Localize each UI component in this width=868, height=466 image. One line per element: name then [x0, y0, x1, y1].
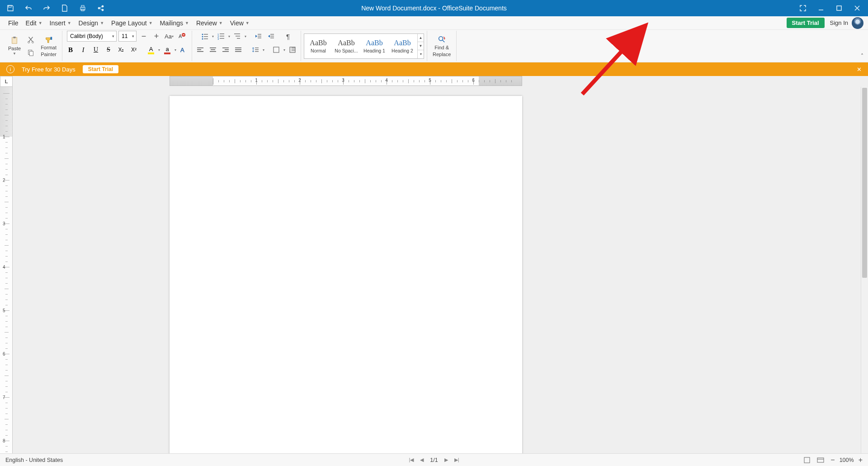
first-page-icon[interactable]: |◀	[409, 457, 414, 463]
minimize-icon[interactable]	[816, 4, 826, 13]
avatar-icon[interactable]	[852, 17, 863, 29]
menu-page-layout[interactable]: Page Layout▼	[108, 18, 156, 29]
page-indicator[interactable]: 1/1	[430, 457, 438, 463]
prev-page-icon[interactable]: ◀	[420, 457, 424, 463]
style-heading1[interactable]: AaBbHeading 1	[360, 34, 388, 58]
ribbon-styles-group: AaBbNormal AaBbNo Spaci... AaBbHeading 1…	[301, 31, 427, 61]
page[interactable]	[170, 96, 522, 453]
share-icon[interactable]	[97, 4, 105, 12]
format-painter-button[interactable]: Format Painter	[38, 34, 59, 57]
numbering-icon[interactable]: 123	[216, 31, 226, 42]
menu-edit[interactable]: Edit▼	[22, 18, 46, 29]
horizontal-ruler[interactable]: 123456	[13, 76, 868, 87]
status-bar: English - United States |◀ ◀ 1/1 ▶ ▶| − …	[0, 453, 868, 466]
format-painter-icon	[44, 35, 53, 44]
svg-rect-38	[270, 38, 274, 38]
svg-rect-47	[222, 51, 229, 52]
promo-start-trial-button[interactable]: Start Trial	[83, 65, 118, 73]
line-spacing-icon[interactable]	[250, 44, 261, 55]
paragraph-marks-icon[interactable]: ¶	[283, 31, 293, 42]
svg-rect-33	[258, 34, 261, 35]
print-icon[interactable]	[79, 4, 87, 12]
styles-scroll[interactable]: ▲▼▾	[417, 34, 424, 58]
document-area[interactable]	[13, 87, 861, 453]
redo-icon[interactable]	[42, 4, 51, 12]
text-effects-icon[interactable]: A	[178, 44, 189, 55]
last-page-icon[interactable]: ▶|	[454, 457, 459, 463]
subscript-button[interactable]: X₂	[116, 44, 127, 55]
window-title: New Word Document.docx - OfficeSuite Doc…	[0, 5, 868, 12]
zoom-out-button[interactable]: −	[830, 456, 835, 464]
svg-rect-32	[237, 38, 240, 39]
sign-in-button[interactable]: Sign In	[830, 17, 863, 29]
next-page-icon[interactable]: ▶	[444, 457, 448, 463]
menu-design[interactable]: Design▼	[75, 18, 108, 29]
svg-point-6	[102, 9, 104, 11]
copy-icon[interactable]	[25, 47, 36, 58]
clear-formatting-icon[interactable]: A	[176, 31, 187, 42]
bold-button[interactable]: B	[65, 44, 76, 55]
font-name-select[interactable]: Calibri (Body)	[67, 31, 117, 42]
shading-icon[interactable]	[287, 44, 298, 55]
decrease-indent-icon[interactable]	[253, 31, 264, 42]
zoom-level[interactable]: 100%	[840, 457, 854, 463]
scrollbar-thumb[interactable]	[862, 88, 867, 278]
align-right-icon[interactable]	[220, 44, 231, 55]
find-replace-button[interactable]: Find & Replace	[430, 34, 453, 57]
svg-rect-58	[292, 50, 295, 51]
increase-indent-icon[interactable]	[265, 31, 276, 42]
style-nospacing[interactable]: AaBbNo Spaci...	[332, 34, 360, 58]
zoom-in-button[interactable]: +	[859, 456, 863, 464]
new-doc-icon[interactable]	[61, 4, 69, 12]
svg-rect-27	[220, 36, 224, 37]
save-icon[interactable]	[6, 4, 14, 12]
tab-stop-corner[interactable]: L	[0, 76, 13, 87]
close-icon[interactable]	[853, 4, 862, 13]
print-layout-view-icon[interactable]	[803, 456, 811, 464]
align-left-icon[interactable]	[195, 44, 206, 55]
fullscreen-icon[interactable]	[798, 4, 807, 13]
style-heading2[interactable]: AaBbHeading 2	[388, 34, 416, 58]
svg-rect-9	[13, 37, 15, 38]
menu-review[interactable]: Review▼	[193, 18, 226, 29]
svg-rect-46	[225, 49, 229, 50]
web-layout-view-icon[interactable]	[817, 456, 824, 464]
svg-point-59	[439, 37, 443, 41]
superscript-button[interactable]: X²	[128, 44, 139, 55]
borders-icon[interactable]	[271, 44, 282, 55]
align-center-icon[interactable]	[208, 44, 218, 55]
bullets-icon[interactable]	[199, 31, 210, 42]
font-size-select[interactable]: 11	[118, 31, 137, 42]
vertical-ruler[interactable]: 12345678	[0, 87, 13, 453]
collapse-ribbon-icon[interactable]: ˄	[861, 53, 863, 59]
align-justify-icon[interactable]	[233, 44, 244, 55]
menu-mailings[interactable]: Mailings▼	[156, 18, 193, 29]
menu-insert[interactable]: Insert▼	[46, 18, 75, 29]
svg-rect-40	[197, 49, 201, 50]
style-normal[interactable]: AaBbNormal	[304, 34, 332, 58]
menu-file[interactable]: File	[5, 18, 22, 29]
ribbon-editing-group: Find & Replace	[427, 31, 457, 61]
font-color-button[interactable]: a	[162, 44, 173, 55]
maximize-icon[interactable]	[835, 4, 844, 13]
paste-button[interactable]: Paste▼	[5, 35, 24, 57]
strike-button[interactable]: S	[103, 44, 114, 55]
svg-rect-29	[220, 38, 224, 39]
multilevel-icon[interactable]	[232, 31, 243, 42]
highlight-button[interactable]: A	[146, 44, 156, 55]
undo-icon[interactable]	[24, 4, 33, 12]
underline-button[interactable]: U	[90, 44, 101, 55]
menu-view[interactable]: View▼	[226, 18, 253, 29]
vertical-scrollbar[interactable]	[861, 87, 868, 453]
decrease-font-icon[interactable]: −	[138, 31, 149, 42]
cut-icon[interactable]	[25, 34, 36, 45]
italic-button[interactable]: I	[78, 44, 89, 55]
increase-font-icon[interactable]: +	[151, 31, 162, 42]
start-trial-button[interactable]: Start Trial	[787, 18, 825, 28]
styles-gallery[interactable]: AaBbNormal AaBbNo Spaci... AaBbHeading 1…	[304, 33, 424, 59]
status-language[interactable]: English - United States	[5, 457, 63, 463]
promo-close-icon[interactable]: ✕	[857, 66, 862, 73]
change-case-button[interactable]: Aa▾	[164, 31, 175, 42]
svg-rect-7	[837, 6, 841, 10]
promo-bar: i Try Free for 30 Days Start Trial ✕	[0, 62, 868, 76]
